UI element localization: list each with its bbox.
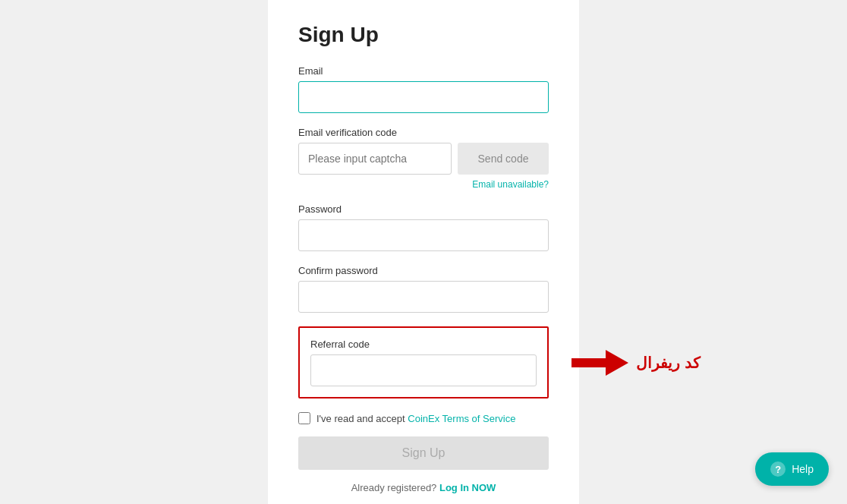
captcha-input[interactable] [298, 143, 452, 175]
referral-annotation: کد ریفرال [571, 348, 701, 377]
help-icon: ? [770, 461, 786, 477]
referral-wrapper: Referral code کد ریفرال [298, 326, 549, 398]
verification-field-group: Email verification code Send code Email … [298, 127, 549, 190]
password-field-group: Password [298, 203, 549, 251]
confirm-password-field-group: Confirm password [298, 265, 549, 313]
login-row: Already registered? Log In NOW [298, 482, 549, 493]
referral-input[interactable] [310, 354, 537, 386]
password-input[interactable] [298, 219, 549, 251]
confirm-password-label: Confirm password [298, 265, 549, 276]
arrow-icon [571, 348, 628, 377]
email-input[interactable] [298, 81, 549, 113]
page-title: Sign Up [298, 23, 549, 47]
verification-label: Email verification code [298, 127, 549, 138]
verification-row: Send code [298, 143, 549, 175]
terms-text: I've read and accept CoinEx Terms of Ser… [316, 413, 515, 424]
terms-checkbox[interactable] [298, 412, 310, 424]
help-label: Help [792, 463, 814, 475]
annotation-text: کد ریفرال [636, 354, 701, 372]
svg-marker-0 [571, 350, 628, 376]
password-label: Password [298, 203, 549, 215]
signup-button[interactable]: Sign Up [298, 436, 549, 470]
terms-row: I've read and accept CoinEx Terms of Ser… [298, 412, 549, 424]
page-container: Sign Up Email Email verification code Se… [0, 0, 847, 504]
send-code-button[interactable]: Send code [458, 143, 549, 175]
help-button[interactable]: ? Help [755, 452, 829, 486]
confirm-password-input[interactable] [298, 281, 549, 313]
referral-field-group: Referral code [298, 326, 549, 398]
signup-form-card: Sign Up Email Email verification code Se… [268, 0, 579, 504]
terms-link[interactable]: CoinEx Terms of Service [408, 413, 515, 424]
referral-label: Referral code [310, 339, 537, 350]
already-registered-text: Already registered? [351, 482, 437, 493]
email-field-group: Email [298, 65, 549, 113]
login-link[interactable]: Log In NOW [439, 482, 496, 493]
email-unavailable-link[interactable]: Email unavailable? [298, 179, 549, 190]
email-label: Email [298, 65, 549, 77]
